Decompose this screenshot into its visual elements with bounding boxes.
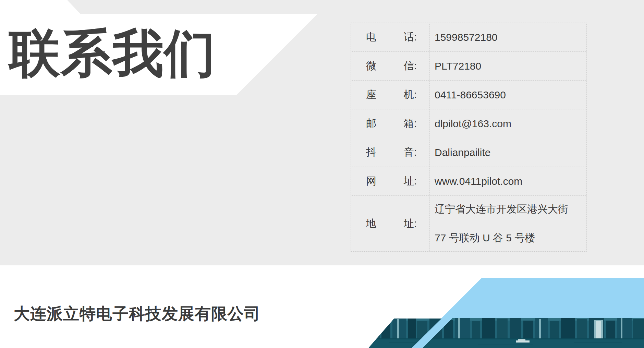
table-row-phone: 电 话: 15998572180 [351,23,586,52]
label-char: 箱: [404,117,417,131]
contact-label: 座 机: [351,81,430,109]
table-row-address: 地 址: 辽宁省大连市开发区港兴大街 77 号联动 U 谷 5 号楼 [351,196,586,251]
address-line-2: 77 号联动 U 谷 5 号楼 [435,224,535,252]
boat [518,339,525,340]
contact-value: Dalianpailite [430,138,586,167]
label-char: 网 [366,174,376,188]
contact-value: 15998572180 [430,23,586,51]
contact-label: 邮 箱: [351,109,430,138]
contact-value: www.0411pilot.com [430,167,586,195]
table-row-wechat: 微 信: PLT72180 [351,52,586,81]
table-row-website: 网 址: www.0411pilot.com [351,167,586,196]
label-char: 电 [366,30,376,44]
contact-table: 电 话: 15998572180 微 信: PLT72180 座 机: [351,23,587,252]
label-char: 微 [366,59,376,73]
label-char: 邮 [366,117,376,131]
contact-value: 辽宁省大连市开发区港兴大街 77 号联动 U 谷 5 号楼 [430,196,586,251]
contact-value: dlpilot@163.com [430,109,586,138]
corner-art [368,278,644,348]
label-char: 抖 [366,145,376,159]
contact-label: 电 话: [351,23,430,51]
label-char: 音: [404,145,417,159]
label-char: 机: [404,88,417,102]
contact-slide: 联系我们 电 话: 15998572180 微 信: PLT72180 [0,0,644,348]
table-row-douyin: 抖 音: Dalianpailite [351,138,586,167]
label-char: 地 [366,217,376,231]
contact-label: 微 信: [351,52,430,80]
contact-value: PLT72180 [430,52,586,80]
label-char: 座 [366,88,376,102]
label-char: 址: [404,217,417,231]
contact-label: 地 址: [351,196,430,251]
contact-label: 抖 音: [351,138,430,167]
label-char: 址: [404,174,417,188]
table-row-email: 邮 箱: dlpilot@163.com [351,109,586,138]
address-line-1: 辽宁省大连市开发区港兴大街 [435,195,568,224]
company-name: 大连派立特电子科技发展有限公司 [14,303,260,325]
label-char: 信: [404,59,417,73]
contact-label: 网 址: [351,167,430,195]
page-title: 联系我们 [9,13,216,95]
contact-value: 0411-86653690 [430,81,586,109]
city-skyline-photo [368,316,644,348]
label-char: 话: [404,30,417,44]
table-row-landline: 座 机: 0411-86653690 [351,81,586,109]
